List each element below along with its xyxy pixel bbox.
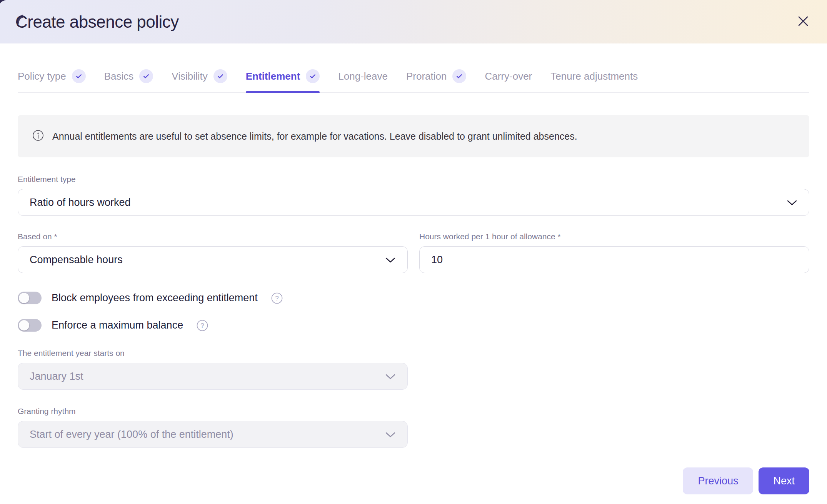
chevron-down-icon <box>385 254 396 266</box>
tab-entitlement[interactable]: Entitlement <box>246 69 320 92</box>
year-starts-field: The entitlement year starts on January 1… <box>18 349 408 390</box>
previous-button[interactable]: Previous <box>683 467 753 494</box>
svg-text:?: ? <box>200 322 204 329</box>
modal-content: Policy type Basics Visibility Entitlemen… <box>0 43 827 494</box>
entitlement-type-label: Entitlement type <box>18 175 809 184</box>
check-icon <box>72 69 86 83</box>
granting-rhythm-field: Granting rhythm Start of every year (100… <box>18 407 408 448</box>
tab-policy-type[interactable]: Policy type <box>18 69 86 92</box>
info-banner-text: Annual entitlements are useful to set ab… <box>52 131 577 142</box>
modal-footer: Previous Next <box>18 467 809 494</box>
max-balance-label: Enforce a maximum balance <box>52 319 183 331</box>
year-starts-label: The entitlement year starts on <box>18 349 408 358</box>
based-on-row: Based on * Compensable hours Hours worke… <box>18 232 809 273</box>
tab-label: Carry-over <box>485 70 532 82</box>
tab-label: Long-leave <box>338 70 388 82</box>
modal-title: Create absence policy <box>15 12 179 32</box>
tab-label: Policy type <box>18 70 66 82</box>
year-starts-value: January 1st <box>30 370 385 382</box>
tab-proration[interactable]: Proration <box>406 69 467 92</box>
block-exceeding-label: Block employees from exceeding entitleme… <box>52 292 258 304</box>
max-balance-row: Enforce a maximum balance ? <box>18 319 809 332</box>
based-on-select[interactable]: Compensable hours <box>18 246 408 273</box>
toggle-knob <box>19 293 29 303</box>
granting-rhythm-value: Start of every year (100% of the entitle… <box>30 429 385 441</box>
max-balance-toggle[interactable] <box>18 319 42 332</box>
check-icon <box>452 69 466 83</box>
entitlement-type-select[interactable]: Ratio of hours worked <box>18 189 809 216</box>
tab-basics[interactable]: Basics <box>104 69 153 92</box>
tab-long-leave[interactable]: Long-leave <box>338 70 388 92</box>
hours-worked-label: Hours worked per 1 hour of allowance * <box>419 232 809 241</box>
block-exceeding-toggle[interactable] <box>18 292 42 304</box>
chevron-down-icon <box>385 370 396 382</box>
close-button[interactable] <box>795 14 811 29</box>
close-icon <box>797 15 810 29</box>
hours-worked-input[interactable] <box>419 246 809 273</box>
tab-label: Visibility <box>172 70 207 82</box>
tab-carry-over[interactable]: Carry-over <box>485 70 532 92</box>
tab-bar: Policy type Basics Visibility Entitlemen… <box>18 69 809 93</box>
based-on-field: Based on * Compensable hours <box>18 232 408 273</box>
chevron-down-icon <box>787 197 797 209</box>
check-icon <box>306 69 320 83</box>
entitlement-type-value: Ratio of hours worked <box>30 197 787 209</box>
modal-header: Create absence policy <box>0 0 827 43</box>
granting-rhythm-label: Granting rhythm <box>18 407 408 416</box>
next-button[interactable]: Next <box>759 467 809 494</box>
granting-rhythm-select: Start of every year (100% of the entitle… <box>18 421 408 448</box>
tab-label: Entitlement <box>246 70 300 82</box>
based-on-label: Based on * <box>18 232 408 241</box>
check-icon <box>139 69 153 83</box>
toggle-knob <box>19 320 29 330</box>
create-absence-policy-modal: Create absence policy Policy type Basics <box>0 0 827 494</box>
block-exceeding-row: Block employees from exceeding entitleme… <box>18 292 809 304</box>
question-icon[interactable]: ? <box>271 292 283 304</box>
check-icon <box>213 69 227 83</box>
tab-label: Tenure adjustments <box>550 70 638 82</box>
entitlement-type-field: Entitlement type Ratio of hours worked <box>18 175 809 216</box>
hours-worked-field: Hours worked per 1 hour of allowance * <box>419 232 809 273</box>
chevron-down-icon <box>385 429 396 441</box>
year-starts-select: January 1st <box>18 363 408 390</box>
based-on-value: Compensable hours <box>30 254 385 266</box>
info-icon <box>32 130 44 143</box>
tab-label: Basics <box>104 70 134 82</box>
tab-label: Proration <box>406 70 447 82</box>
svg-text:?: ? <box>275 294 278 302</box>
tab-visibility[interactable]: Visibility <box>172 69 227 92</box>
tab-tenure-adjustments[interactable]: Tenure adjustments <box>550 70 638 92</box>
question-icon[interactable]: ? <box>196 319 208 332</box>
info-banner: Annual entitlements are useful to set ab… <box>18 115 809 157</box>
